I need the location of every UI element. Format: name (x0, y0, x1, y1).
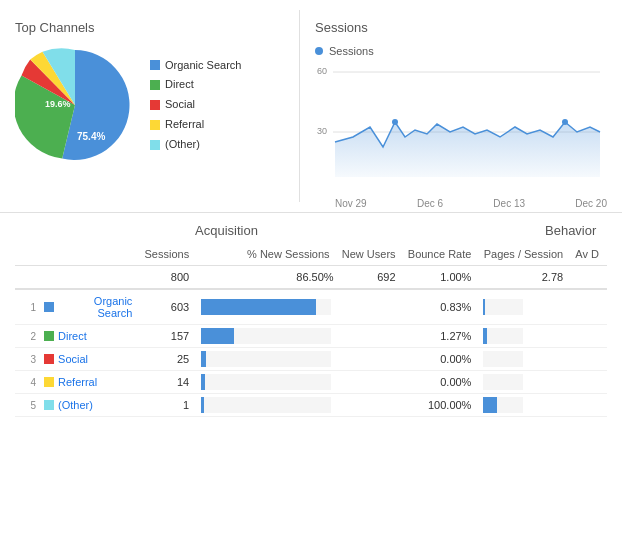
row-num-4: 4 (15, 371, 40, 394)
legend-label-referral: Referral (165, 115, 204, 135)
channel-cell-1[interactable]: Organic Search (40, 289, 140, 325)
bounce-rate-4: 0.00% (404, 371, 480, 394)
legend-label-direct: Direct (165, 75, 194, 95)
svg-text:60: 60 (317, 66, 327, 76)
total-row: 800 86.50% 692 1.00% 2.78 (15, 266, 607, 290)
channel-cell-2[interactable]: Direct (40, 325, 140, 348)
channel-cell-5[interactable]: (Other) (40, 394, 140, 417)
legend-item-other: (Other) (150, 135, 241, 155)
col-header-pages-session[interactable]: Pages / Session (479, 243, 571, 266)
channel-link-5[interactable]: (Other) (58, 399, 93, 411)
total-pages-session: 2.78 (479, 266, 571, 290)
bar-fill-1 (201, 299, 315, 315)
new-users-5 (338, 394, 404, 417)
channel-link-4[interactable]: Referral (58, 376, 97, 388)
row-num-2: 2 (15, 325, 40, 348)
pages-bar-2 (479, 325, 571, 348)
sessions-panel: Sessions Sessions 60 30 (300, 10, 622, 202)
channel-link-2[interactable]: Direct (58, 330, 87, 342)
total-sessions: 800 (140, 266, 197, 290)
table-row: 2 Direct 157 1.27% (15, 325, 607, 348)
table-row: 5 (Other) 1 100.00% (15, 394, 607, 417)
x-label-dec20: Dec 20 (575, 198, 607, 209)
new-sessions-bar-3 (197, 348, 337, 371)
mini-bar-fill-1 (483, 299, 484, 315)
new-sessions-bar-4 (197, 371, 337, 394)
bounce-rate-3: 0.00% (404, 348, 480, 371)
channel-cell-3[interactable]: Social (40, 348, 140, 371)
top-channels-panel: Top Channels 19.6% 7 (0, 10, 300, 202)
channel-color-5 (44, 400, 54, 410)
legend-item-social: Social (150, 95, 241, 115)
x-axis-labels: Nov 29 Dec 6 Dec 13 Dec 20 (315, 198, 607, 209)
bar-fill-3 (201, 351, 206, 367)
pages-bar-5 (479, 394, 571, 417)
svg-point-7 (392, 119, 398, 125)
new-users-3 (338, 348, 404, 371)
channel-color-2 (44, 331, 54, 341)
pie-chart: 19.6% 75.4% (15, 45, 135, 165)
mini-bar-fill-5 (483, 397, 497, 413)
sessions-2: 157 (140, 325, 197, 348)
channel-cell-4[interactable]: Referral (40, 371, 140, 394)
channel-link-3[interactable]: Social (58, 353, 88, 365)
new-sessions-bar-5 (197, 394, 337, 417)
legend-label-organic: Organic Search (165, 56, 241, 76)
bar-fill-5 (201, 397, 204, 413)
svg-point-8 (562, 119, 568, 125)
pie-legend: Organic Search Direct Social Referral (O… (150, 56, 241, 155)
bounce-rate-2: 1.27% (404, 325, 480, 348)
col-header-sessions[interactable]: Sessions (140, 243, 197, 266)
sessions-legend: Sessions (315, 45, 607, 57)
col-header-bounce-rate[interactable]: Bounce Rate (404, 243, 480, 266)
line-chart: 60 30 (315, 62, 607, 192)
col-header-avg-duration[interactable]: Av D (571, 243, 607, 266)
direct-color (150, 80, 160, 90)
data-table: Sessions % New Sessions New Users Bounce… (15, 243, 607, 417)
organic-search-color (150, 60, 160, 70)
top-channels-title: Top Channels (15, 20, 284, 35)
new-users-4 (338, 371, 404, 394)
sessions-3: 25 (140, 348, 197, 371)
channel-color-1 (44, 302, 54, 312)
pages-bar-3 (479, 348, 571, 371)
svg-text:30: 30 (317, 126, 327, 136)
bar-fill-2 (201, 328, 234, 344)
channel-link-1[interactable]: Organic Search (58, 295, 132, 319)
table-row: 3 Social 25 0.00% (15, 348, 607, 371)
table-row: 1 Organic Search 603 0.83% (15, 289, 607, 325)
row-num-3: 3 (15, 348, 40, 371)
col-header-new-users[interactable]: New Users (338, 243, 404, 266)
row-num-1: 1 (15, 289, 40, 325)
channel-color-4 (44, 377, 54, 387)
other-color (150, 140, 160, 150)
bottom-section: Acquisition Behavior Sessions % New Sess… (0, 213, 622, 427)
row-num-5: 5 (15, 394, 40, 417)
sessions-legend-label: Sessions (329, 45, 374, 57)
new-sessions-bar-2 (197, 325, 337, 348)
pages-bar-4 (479, 371, 571, 394)
total-new-sessions-pct: 86.50% (197, 266, 337, 290)
col-header-new-sessions-pct[interactable]: % New Sessions (197, 243, 337, 266)
legend-label-other: (Other) (165, 135, 200, 155)
legend-item-referral: Referral (150, 115, 241, 135)
legend-item-organic: Organic Search (150, 56, 241, 76)
behavior-header: Behavior (545, 223, 596, 238)
total-bounce-rate: 1.00% (404, 266, 480, 290)
svg-text:19.6%: 19.6% (45, 99, 71, 109)
x-label-nov29: Nov 29 (335, 198, 367, 209)
svg-text:75.4%: 75.4% (77, 131, 105, 142)
social-color (150, 100, 160, 110)
pages-bar-1 (479, 289, 571, 325)
sessions-title: Sessions (315, 20, 607, 35)
new-users-2 (338, 325, 404, 348)
sessions-dot-icon (315, 47, 323, 55)
mini-bar-fill-2 (483, 328, 486, 344)
x-label-dec13: Dec 13 (493, 198, 525, 209)
legend-label-social: Social (165, 95, 195, 115)
referral-color (150, 120, 160, 130)
new-users-1 (338, 289, 404, 325)
sessions-5: 1 (140, 394, 197, 417)
new-sessions-bar-1 (197, 289, 337, 325)
bar-fill-4 (201, 374, 205, 390)
